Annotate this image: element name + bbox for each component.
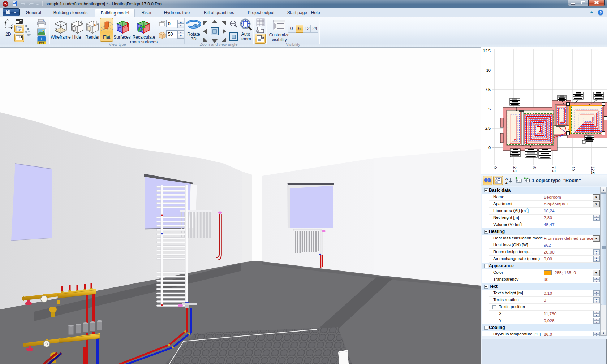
svg-text:2.5: 2.5 <box>485 126 491 130</box>
svg-text:12.5: 12.5 <box>483 49 491 53</box>
svg-text:0: 0 <box>488 146 491 150</box>
svg-text:2.5: 2.5 <box>513 166 517 172</box>
svg-text:5: 5 <box>532 166 537 169</box>
svg-text:DWG: DWG <box>39 42 44 44</box>
svg-text:?: ? <box>599 10 602 15</box>
svg-text:12.5: 12.5 <box>591 166 595 174</box>
svg-text:7.5: 7.5 <box>552 166 556 172</box>
svg-text:A: A <box>505 177 508 181</box>
svg-text:7.5: 7.5 <box>485 87 491 92</box>
svg-text:0: 0 <box>493 166 498 169</box>
svg-text:10: 10 <box>486 68 491 73</box>
svg-text:10: 10 <box>571 166 576 171</box>
svg-text:5: 5 <box>488 107 491 111</box>
svg-text:Z: Z <box>505 181 508 185</box>
